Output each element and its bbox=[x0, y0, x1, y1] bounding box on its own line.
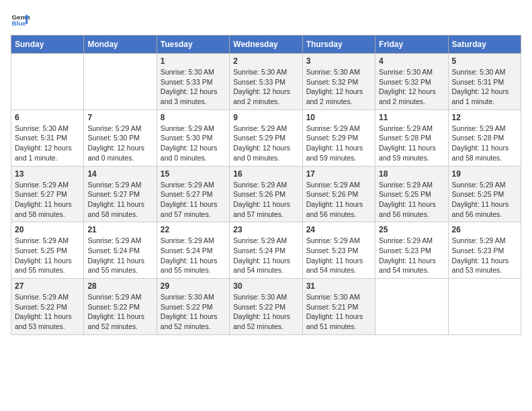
sunrise: Sunrise: 5:30 AM bbox=[161, 68, 214, 76]
daylight: Daylight: 12 hours and 0 minutes. bbox=[233, 144, 290, 162]
calendar-table: SundayMondayTuesdayWednesdayThursdayFrid… bbox=[11, 35, 521, 335]
calendar-cell: 15 Sunrise: 5:29 AM Sunset: 5:27 PM Dayl… bbox=[157, 166, 229, 222]
sunset: Sunset: 5:24 PM bbox=[87, 246, 140, 255]
day-info: Sunrise: 5:29 AM Sunset: 5:26 PM Dayligh… bbox=[233, 180, 298, 220]
calendar-cell: 24 Sunrise: 5:29 AM Sunset: 5:23 PM Dayl… bbox=[302, 222, 375, 279]
daylight: Daylight: 12 hours and 1 minute. bbox=[452, 87, 509, 105]
day-info: Sunrise: 5:30 AM Sunset: 5:31 PM Dayligh… bbox=[452, 67, 517, 107]
sunset: Sunset: 5:25 PM bbox=[452, 190, 504, 198]
day-info: Sunrise: 5:30 AM Sunset: 5:32 PM Dayligh… bbox=[306, 67, 371, 107]
sunrise: Sunrise: 5:29 AM bbox=[233, 124, 287, 132]
sunset: Sunset: 5:26 PM bbox=[233, 190, 285, 198]
sunrise: Sunrise: 5:29 AM bbox=[233, 181, 287, 189]
day-number: 22 bbox=[161, 225, 226, 234]
calendar-cell: 5 Sunrise: 5:30 AM Sunset: 5:31 PM Dayli… bbox=[448, 54, 521, 110]
calendar-cell: 13 Sunrise: 5:29 AM Sunset: 5:27 PM Dayl… bbox=[11, 166, 84, 222]
daylight: Daylight: 11 hours and 57 minutes. bbox=[233, 200, 290, 218]
week-row-3: 20 Sunrise: 5:29 AM Sunset: 5:25 PM Dayl… bbox=[11, 222, 521, 279]
sunrise: Sunrise: 5:30 AM bbox=[306, 68, 360, 76]
day-info: Sunrise: 5:30 AM Sunset: 5:21 PM Dayligh… bbox=[306, 292, 371, 332]
sunset: Sunset: 5:27 PM bbox=[87, 190, 140, 198]
daylight: Daylight: 12 hours and 3 minutes. bbox=[161, 87, 218, 105]
day-info: Sunrise: 5:29 AM Sunset: 5:27 PM Dayligh… bbox=[87, 180, 152, 220]
daylight: Daylight: 11 hours and 58 minutes. bbox=[452, 144, 509, 162]
day-number: 23 bbox=[233, 225, 298, 234]
calendar-cell: 29 Sunrise: 5:30 AM Sunset: 5:22 PM Dayl… bbox=[157, 279, 229, 335]
calendar-cell bbox=[84, 54, 157, 110]
sunrise: Sunrise: 5:30 AM bbox=[233, 293, 287, 301]
day-info: Sunrise: 5:29 AM Sunset: 5:27 PM Dayligh… bbox=[15, 180, 80, 220]
day-info: Sunrise: 5:29 AM Sunset: 5:30 PM Dayligh… bbox=[87, 124, 152, 163]
sunset: Sunset: 5:28 PM bbox=[379, 134, 431, 142]
day-info: Sunrise: 5:29 AM Sunset: 5:29 PM Dayligh… bbox=[306, 124, 371, 163]
daylight: Daylight: 11 hours and 56 minutes. bbox=[306, 200, 363, 218]
sunrise: Sunrise: 5:29 AM bbox=[379, 124, 433, 132]
calendar-cell bbox=[448, 279, 521, 335]
day-info: Sunrise: 5:29 AM Sunset: 5:22 PM Dayligh… bbox=[15, 292, 80, 332]
calendar-cell: 2 Sunrise: 5:30 AM Sunset: 5:33 PM Dayli… bbox=[230, 54, 302, 110]
sunrise: Sunrise: 5:29 AM bbox=[452, 181, 506, 189]
daylight: Daylight: 11 hours and 58 minutes. bbox=[15, 200, 72, 218]
daylight: Daylight: 11 hours and 57 minutes. bbox=[161, 200, 218, 218]
calendar-cell bbox=[11, 54, 84, 110]
calendar-cell: 31 Sunrise: 5:30 AM Sunset: 5:21 PM Dayl… bbox=[302, 279, 375, 335]
sunset: Sunset: 5:24 PM bbox=[161, 246, 213, 255]
day-number: 9 bbox=[233, 113, 298, 122]
day-info: Sunrise: 5:29 AM Sunset: 5:25 PM Dayligh… bbox=[379, 180, 444, 220]
calendar-cell: 16 Sunrise: 5:29 AM Sunset: 5:26 PM Dayl… bbox=[230, 166, 302, 222]
day-number: 31 bbox=[306, 281, 371, 291]
daylight: Daylight: 11 hours and 53 minutes. bbox=[15, 312, 72, 330]
day-info: Sunrise: 5:29 AM Sunset: 5:23 PM Dayligh… bbox=[306, 236, 371, 275]
daylight: Daylight: 11 hours and 54 minutes. bbox=[379, 257, 436, 275]
daylight: Daylight: 11 hours and 55 minutes. bbox=[15, 257, 72, 275]
sunrise: Sunrise: 5:29 AM bbox=[87, 236, 141, 244]
sunrise: Sunrise: 5:30 AM bbox=[233, 68, 287, 76]
sunset: Sunset: 5:23 PM bbox=[379, 246, 431, 255]
calendar-cell: 3 Sunrise: 5:30 AM Sunset: 5:32 PM Dayli… bbox=[302, 54, 375, 110]
calendar-cell: 23 Sunrise: 5:29 AM Sunset: 5:24 PM Dayl… bbox=[230, 222, 302, 279]
day-info: Sunrise: 5:29 AM Sunset: 5:24 PM Dayligh… bbox=[87, 236, 152, 275]
day-number: 30 bbox=[233, 281, 298, 291]
calendar-header-row: SundayMondayTuesdayWednesdayThursdayFrid… bbox=[11, 36, 521, 54]
header-saturday: Saturday bbox=[448, 36, 521, 54]
sunset: Sunset: 5:32 PM bbox=[306, 78, 359, 86]
calendar-cell: 1 Sunrise: 5:30 AM Sunset: 5:33 PM Dayli… bbox=[157, 54, 229, 110]
header-friday: Friday bbox=[375, 36, 448, 54]
sunset: Sunset: 5:22 PM bbox=[161, 303, 213, 311]
calendar-cell: 27 Sunrise: 5:29 AM Sunset: 5:22 PM Dayl… bbox=[11, 279, 84, 335]
sunset: Sunset: 5:21 PM bbox=[306, 303, 359, 311]
daylight: Daylight: 11 hours and 51 minutes. bbox=[306, 312, 363, 330]
daylight: Daylight: 11 hours and 56 minutes. bbox=[452, 200, 509, 218]
sunset: Sunset: 5:29 PM bbox=[306, 134, 359, 142]
sunset: Sunset: 5:23 PM bbox=[452, 246, 504, 255]
sunrise: Sunrise: 5:29 AM bbox=[161, 181, 214, 189]
day-number: 20 bbox=[15, 225, 80, 234]
calendar-cell: 21 Sunrise: 5:29 AM Sunset: 5:24 PM Dayl… bbox=[84, 222, 157, 279]
daylight: Daylight: 11 hours and 52 minutes. bbox=[161, 312, 218, 330]
week-row-2: 13 Sunrise: 5:29 AM Sunset: 5:27 PM Dayl… bbox=[11, 166, 521, 222]
daylight: Daylight: 11 hours and 55 minutes. bbox=[87, 257, 144, 275]
sunset: Sunset: 5:22 PM bbox=[233, 303, 285, 311]
day-info: Sunrise: 5:29 AM Sunset: 5:26 PM Dayligh… bbox=[306, 180, 371, 220]
day-number: 5 bbox=[452, 56, 517, 66]
day-info: Sunrise: 5:30 AM Sunset: 5:22 PM Dayligh… bbox=[233, 292, 298, 332]
day-info: Sunrise: 5:29 AM Sunset: 5:28 PM Dayligh… bbox=[379, 124, 444, 163]
day-info: Sunrise: 5:29 AM Sunset: 5:25 PM Dayligh… bbox=[15, 236, 80, 275]
day-info: Sunrise: 5:29 AM Sunset: 5:23 PM Dayligh… bbox=[379, 236, 444, 275]
calendar-cell: 26 Sunrise: 5:29 AM Sunset: 5:23 PM Dayl… bbox=[448, 222, 521, 279]
calendar-cell: 30 Sunrise: 5:30 AM Sunset: 5:22 PM Dayl… bbox=[230, 279, 302, 335]
day-info: Sunrise: 5:30 AM Sunset: 5:32 PM Dayligh… bbox=[379, 67, 444, 107]
daylight: Daylight: 11 hours and 53 minutes. bbox=[452, 257, 509, 275]
sunrise: Sunrise: 5:29 AM bbox=[15, 236, 69, 244]
daylight: Daylight: 12 hours and 2 minutes. bbox=[306, 87, 363, 105]
calendar-cell: 10 Sunrise: 5:29 AM Sunset: 5:29 PM Dayl… bbox=[302, 109, 375, 166]
day-number: 19 bbox=[452, 169, 517, 179]
day-number: 10 bbox=[306, 113, 371, 122]
day-number: 8 bbox=[161, 113, 226, 122]
sunrise: Sunrise: 5:29 AM bbox=[87, 124, 141, 132]
sunrise: Sunrise: 5:30 AM bbox=[379, 68, 433, 76]
week-row-1: 6 Sunrise: 5:30 AM Sunset: 5:31 PM Dayli… bbox=[11, 109, 521, 166]
daylight: Daylight: 11 hours and 52 minutes. bbox=[87, 312, 144, 330]
header-thursday: Thursday bbox=[302, 36, 375, 54]
sunset: Sunset: 5:22 PM bbox=[87, 303, 140, 311]
